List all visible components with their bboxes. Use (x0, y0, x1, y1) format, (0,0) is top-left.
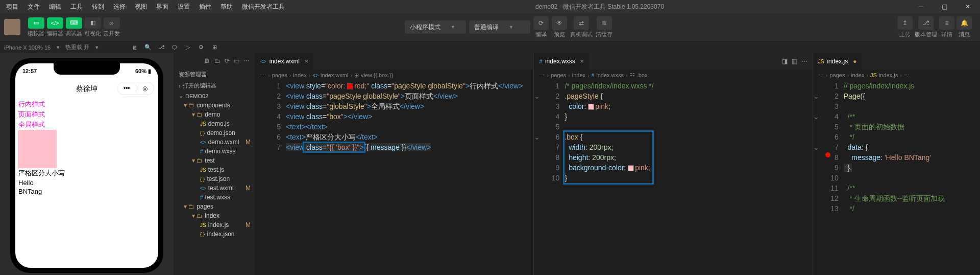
menu-devtools[interactable]: 微信开发者工具 (238, 1, 289, 13)
tree-item-test-wxml[interactable]: <>test.wxmlM (174, 184, 255, 193)
code-area-2[interactable]: ⌄⌄ 12345678910 /* pages/index/index.wxss… (534, 81, 812, 275)
tab-index-js[interactable]: JSindex.js● (813, 53, 863, 70)
code-1[interactable]: <view style="color: red;" class="pageSty… (286, 81, 533, 275)
clear-cache-button[interactable]: ≋ (597, 16, 612, 30)
collapse-icon[interactable]: ▭ (234, 57, 239, 64)
breadcrumb-2[interactable]: ⋯ › pages › index › # index.wxss › ☷ .bo… (534, 70, 812, 81)
editor-2: #index.wxss× ◨ ▥ ⋯ ⋯ › pages › index › #… (534, 53, 813, 275)
refresh-icon[interactable]: ⟳ (225, 57, 230, 64)
avatar[interactable] (4, 19, 20, 35)
files-icon[interactable]: 🗎 (130, 42, 140, 53)
menu-file[interactable]: 文件 (23, 1, 44, 13)
tree-item-test-wxss[interactable]: #test.wxss (174, 193, 255, 202)
breadcrumb-1[interactable]: ⋯ › pages › index › <> index.wxml › ⊞ vi… (255, 70, 533, 81)
tab-index-wxml[interactable]: <>index.wxml× (255, 53, 314, 70)
close-button[interactable]: ✕ (958, 1, 978, 12)
menu-edit[interactable]: 编辑 (45, 1, 65, 13)
tree-item-index-json[interactable]: { }index.json (174, 230, 255, 239)
window-buttons: ─ ▢ ✕ (911, 1, 978, 12)
device-select[interactable]: iPhone X 100% 16 (4, 44, 51, 51)
tree-item-index-js[interactable]: JSindex.jsM (174, 220, 255, 230)
fold-gutter[interactable]: ⌄⌄ (534, 81, 544, 275)
split-vertical-icon[interactable]: ◨ (782, 58, 788, 65)
project-section[interactable]: ⌄DEMO02 (174, 91, 255, 101)
editor-button[interactable]: </> (47, 17, 63, 29)
editor-label: 编辑器 (46, 30, 63, 37)
sim-pink-box (18, 130, 57, 168)
ext-icon[interactable]: ⊞ (209, 42, 219, 53)
details-label: 详情 (941, 31, 952, 38)
breadcrumb-3[interactable]: ⋯ › pages › index › JS index.js › ⋯ (813, 70, 980, 81)
preview-button[interactable]: 👁 (552, 16, 567, 30)
upload-button[interactable]: ↥ (897, 16, 913, 30)
menu-goto[interactable]: 转到 (88, 1, 108, 13)
tree-item-demo-json[interactable]: { }demo.json (174, 128, 255, 138)
api-icon[interactable]: ⚙ (196, 42, 206, 53)
tree-label: test (205, 157, 214, 164)
compile-button[interactable]: ⟳ (533, 16, 549, 30)
menu-view[interactable]: 视图 (131, 1, 151, 13)
editor-1-tabs: <>index.wxml× (255, 53, 533, 70)
maximize-button[interactable]: ▢ (934, 1, 954, 12)
tree-item-test-json[interactable]: { }test.json (174, 174, 255, 184)
cloud-button[interactable]: ∞ (104, 17, 120, 29)
close-icon[interactable]: × (305, 58, 308, 65)
code-area-3[interactable]: ⌄⌄⌄ 12345678910111213 // pages/index/ind… (813, 81, 980, 275)
json-file-icon: { } (200, 176, 205, 182)
tree-item-pages[interactable]: ▾ 🗀pages (174, 202, 255, 211)
menu-ui[interactable]: 界面 (152, 1, 173, 13)
capsule-close-icon[interactable]: ◎ (136, 85, 154, 92)
details-button[interactable]: ≡ (939, 16, 954, 30)
capsule[interactable]: ••• ◎ (117, 82, 154, 95)
version-button[interactable]: ⎇ (918, 16, 934, 30)
remote-debug-button[interactable]: ⇄ (574, 16, 589, 30)
compile-type-select[interactable]: 普通编译▼ (469, 20, 530, 34)
tree-label: demo (205, 111, 220, 118)
open-editors-section[interactable]: ›打开的编辑器 (174, 80, 255, 91)
debug-icon[interactable]: ▷ (183, 42, 193, 53)
simulator-button[interactable]: ▭ (28, 17, 44, 29)
tree-item-test-js[interactable]: JStest.js (174, 165, 255, 174)
menu-help[interactable]: 帮助 (216, 1, 237, 13)
split-horizontal-icon[interactable]: ▥ (792, 58, 797, 65)
code-2[interactable]: /* pages/index/index.wxss */ .pageStyle … (565, 81, 812, 275)
code-area-1[interactable]: 1234567 <view style="color: red;" class=… (255, 81, 533, 275)
fold-gutter[interactable]: ⌄⌄⌄ (813, 81, 823, 275)
compile-mode-select[interactable]: 小程序模式▼ (405, 20, 466, 34)
menu-plugins[interactable]: 插件 (195, 1, 215, 13)
menu-select[interactable]: 选择 (109, 1, 130, 13)
tree-item-index[interactable]: ▾ 🗀index (174, 211, 255, 220)
tree-item-components[interactable]: ▾ 🗀components (174, 101, 255, 110)
tree-item-test[interactable]: ▾ 🗀test (174, 156, 255, 165)
tree-item-demo[interactable]: ▾ 🗀demo (174, 110, 255, 119)
git-icon[interactable]: ⎇ (156, 42, 166, 53)
code-3[interactable]: // pages/index/index.js Page({ /** * 页面的… (844, 81, 980, 275)
tree-item-demo-wxss[interactable]: #demo.wxss (174, 147, 255, 156)
debugger-button[interactable]: ⌨ (66, 17, 82, 29)
minimize-button[interactable]: ─ (911, 1, 931, 12)
search-icon[interactable]: 🔍 (143, 42, 153, 53)
hot-reload-toggle[interactable]: 热重载 开 (65, 43, 89, 51)
more-icon[interactable]: ⋯ (243, 57, 250, 64)
menu-settings[interactable]: 设置 (174, 1, 194, 13)
editor-3: JSindex.js● ⋯ › pages › index › JS index… (813, 53, 980, 275)
tree-item-demo-wxml[interactable]: <>demo.wxmlM (174, 138, 255, 147)
upload-label: 上传 (899, 31, 911, 38)
message-button[interactable]: 🔔 (957, 16, 972, 30)
tab-index-wxss[interactable]: #index.wxss× (534, 53, 589, 70)
tree-item-demo-js[interactable]: JSdemo.js (174, 119, 255, 128)
npm-icon[interactable]: ⬡ (169, 42, 180, 53)
tree-label: index.js (208, 221, 229, 228)
chevron-down-icon: ▼ (451, 25, 455, 30)
capsule-menu-icon[interactable]: ••• (118, 85, 136, 92)
menu-tools[interactable]: 工具 (66, 1, 87, 13)
visual-button[interactable]: ◧ (85, 17, 101, 29)
sim-line-3: 全局样式 (15, 120, 158, 130)
tree-label: test.wxml (208, 185, 234, 192)
close-icon[interactable]: × (580, 58, 584, 65)
more-icon[interactable]: ⋯ (801, 58, 807, 65)
new-folder-icon[interactable]: 🗀 (214, 57, 220, 64)
menu-project[interactable]: 项目 (2, 1, 22, 13)
new-file-icon[interactable]: 🗎 (204, 57, 210, 64)
breakpoint-icon[interactable] (825, 152, 830, 157)
